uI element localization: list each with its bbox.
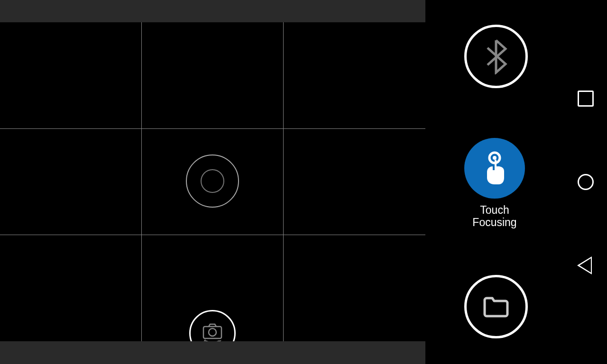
touch-focusing-button[interactable] xyxy=(464,138,525,199)
composition-grid xyxy=(0,22,425,341)
recent-apps-button[interactable] xyxy=(578,91,594,107)
grid-line-vertical xyxy=(141,22,142,341)
camera-app: Touch Focusing xyxy=(0,0,607,364)
touch-focusing-label: Touch Focusing xyxy=(464,204,525,229)
home-button[interactable] xyxy=(578,174,594,190)
svg-point-1 xyxy=(209,328,216,336)
grid-line-vertical xyxy=(283,22,284,341)
bottom-bar xyxy=(0,341,425,364)
folder-button[interactable] xyxy=(464,275,528,338)
grid-line-horizontal xyxy=(0,235,425,235)
folder-icon xyxy=(482,295,510,318)
touch-icon xyxy=(480,150,509,186)
focus-ring-inner xyxy=(201,169,224,193)
focus-indicator xyxy=(186,155,239,208)
switch-camera-icon xyxy=(201,323,224,344)
right-control-panel: Touch Focusing xyxy=(425,0,566,364)
grid-line-horizontal xyxy=(0,128,425,129)
svg-point-3 xyxy=(493,156,497,160)
focus-ring-outer xyxy=(186,155,239,208)
bluetooth-icon xyxy=(484,38,508,74)
viewfinder[interactable] xyxy=(0,0,425,364)
back-button[interactable] xyxy=(579,257,592,273)
android-nav-bar xyxy=(564,0,607,364)
top-status-bar xyxy=(0,0,425,22)
bluetooth-button[interactable] xyxy=(464,25,528,88)
